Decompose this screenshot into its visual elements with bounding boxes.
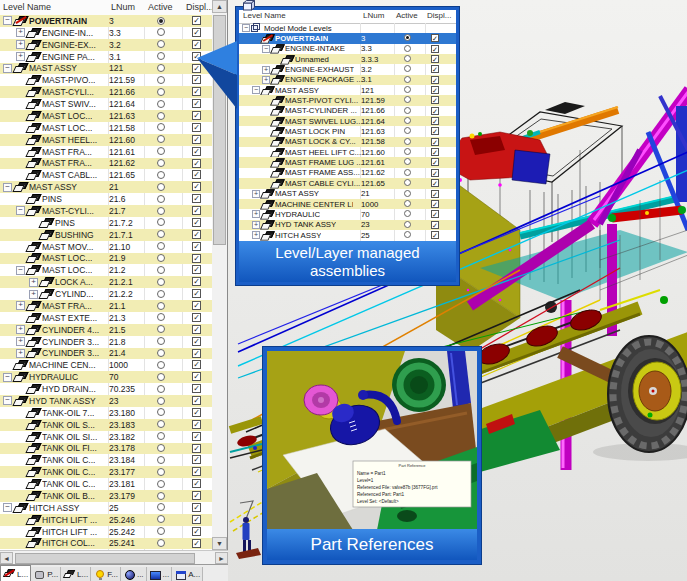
active-radio[interactable] xyxy=(157,100,165,108)
level-row[interactable]: +ENGINE-EXHAUST3.2 xyxy=(239,64,456,74)
level-row[interactable]: HITCH COL...25.241 xyxy=(0,538,213,550)
display-checkbox[interactable] xyxy=(192,277,201,286)
level-row[interactable]: MAST LOC...21.9 xyxy=(0,253,213,265)
expand-icon[interactable]: + xyxy=(252,221,260,229)
display-checkbox[interactable] xyxy=(192,230,201,239)
display-checkbox[interactable] xyxy=(192,503,201,512)
active-radio[interactable] xyxy=(157,266,165,274)
collapse-icon[interactable]: − xyxy=(3,373,12,382)
display-checkbox[interactable] xyxy=(431,107,439,115)
level-row[interactable]: −MAST ASSY121 xyxy=(0,63,213,75)
active-radio[interactable] xyxy=(404,231,411,238)
expand-icon[interactable]: + xyxy=(252,231,260,239)
active-radio[interactable] xyxy=(157,242,165,250)
display-checkbox[interactable] xyxy=(192,479,201,488)
level-row[interactable]: TANK OIL B...23.179 xyxy=(0,490,213,502)
level-row[interactable]: +HYDRAULIC70 xyxy=(239,209,456,219)
display-checkbox[interactable] xyxy=(431,169,439,177)
collapse-icon[interactable]: − xyxy=(16,206,25,215)
level-row[interactable]: MAST SWIVEL LUG...121.64 xyxy=(239,116,456,126)
level-row[interactable]: +ENGINE-EX...3.2 xyxy=(0,39,213,51)
active-radio[interactable] xyxy=(157,52,165,60)
display-checkbox[interactable] xyxy=(192,159,201,168)
level-row[interactable]: MAST CABL...121.65 xyxy=(0,169,213,181)
level-row[interactable]: HITCH LIFT ...25.246 xyxy=(0,514,213,526)
panel-tab-lightbulb[interactable]: F... xyxy=(91,567,121,581)
active-radio[interactable] xyxy=(157,278,165,286)
active-radio[interactable] xyxy=(157,385,165,393)
active-radio[interactable] xyxy=(157,313,165,321)
level-row[interactable]: MAST MOV...21.10 xyxy=(0,241,213,253)
active-radio[interactable] xyxy=(157,515,165,523)
level-row[interactable]: PINS21.7.2 xyxy=(0,217,213,229)
level-row[interactable]: MAST LOC...121.58 xyxy=(0,122,213,134)
level-row[interactable]: TANK OIL SI...23.182 xyxy=(0,431,213,443)
expand-icon[interactable]: + xyxy=(16,337,25,346)
level-row[interactable]: +CYLINDER 3...21.8 xyxy=(0,336,213,348)
level-row[interactable]: BUSHING21.7.1 xyxy=(0,229,213,241)
level-row[interactable]: −ENGINE-INTAKE3.3 xyxy=(239,44,456,54)
panel-tab-pot[interactable]: P... xyxy=(31,567,61,581)
level-row[interactable]: MAST EXTE...21.3 xyxy=(0,312,213,324)
expand-icon[interactable]: + xyxy=(252,210,260,218)
display-checkbox[interactable] xyxy=(431,65,439,73)
panel-tab-levels-red[interactable]: L... xyxy=(0,565,31,581)
level-row[interactable]: +CYLINDER 3...21.4 xyxy=(0,348,213,360)
display-checkbox[interactable] xyxy=(431,127,439,135)
active-radio[interactable] xyxy=(157,503,165,511)
display-checkbox[interactable] xyxy=(431,190,439,198)
level-row[interactable]: −MAST ASSY21 xyxy=(0,181,213,193)
active-radio[interactable] xyxy=(157,408,165,416)
expand-icon[interactable]: + xyxy=(29,290,38,299)
display-checkbox[interactable] xyxy=(192,396,201,405)
level-row[interactable]: MAST HEEL LIFT C...121.60 xyxy=(239,147,456,157)
level-row[interactable]: MAST LOCK & CY...121.58 xyxy=(239,137,456,147)
display-checkbox[interactable] xyxy=(431,86,439,94)
active-radio[interactable] xyxy=(404,158,411,165)
display-checkbox[interactable] xyxy=(431,200,439,208)
horizontal-scrollbar[interactable]: ◄ ► xyxy=(0,550,228,565)
display-checkbox[interactable] xyxy=(431,221,439,229)
display-checkbox[interactable] xyxy=(192,349,201,358)
active-radio[interactable] xyxy=(157,373,165,381)
active-radio[interactable] xyxy=(404,55,411,62)
expand-icon[interactable]: + xyxy=(252,190,260,198)
expand-icon[interactable]: + xyxy=(16,28,25,37)
display-checkbox[interactable] xyxy=(431,210,439,218)
active-radio[interactable] xyxy=(157,159,165,167)
display-checkbox[interactable] xyxy=(192,147,201,156)
display-checkbox[interactable] xyxy=(192,372,201,381)
level-row[interactable]: Unnamed3.3.3 xyxy=(239,54,456,64)
collapse-icon[interactable]: − xyxy=(242,24,250,32)
display-checkbox[interactable] xyxy=(192,206,201,215)
collapse-icon[interactable]: − xyxy=(262,45,270,53)
level-row[interactable]: PINS21.6 xyxy=(0,193,213,205)
level-row[interactable]: MACHINE CENTER LINE1000 xyxy=(239,199,456,209)
active-radio[interactable] xyxy=(404,138,411,145)
display-checkbox[interactable] xyxy=(192,182,201,191)
active-radio[interactable] xyxy=(157,492,165,500)
display-checkbox[interactable] xyxy=(431,55,439,63)
display-checkbox[interactable] xyxy=(192,313,201,322)
collapse-icon[interactable]: − xyxy=(3,183,12,192)
active-radio[interactable] xyxy=(404,34,411,41)
level-row[interactable]: MAST FRA...121.62 xyxy=(0,158,213,170)
level-row[interactable]: +MAST ASSY21 xyxy=(239,189,456,199)
display-checkbox[interactable] xyxy=(431,138,439,146)
panel-tab-globe[interactable]: ... xyxy=(121,567,147,581)
active-radio[interactable] xyxy=(157,112,165,120)
active-radio[interactable] xyxy=(157,218,165,226)
active-radio[interactable] xyxy=(404,117,411,124)
expand-icon[interactable]: + xyxy=(262,76,270,84)
level-row[interactable]: MAST-CYLI...121.66 xyxy=(0,86,213,98)
display-checkbox[interactable] xyxy=(192,360,201,369)
active-radio[interactable] xyxy=(157,195,165,203)
expand-icon[interactable]: + xyxy=(16,52,25,61)
level-row[interactable]: +CYLINDER 4...21.5 xyxy=(0,324,213,336)
active-radio[interactable] xyxy=(157,64,165,72)
display-checkbox[interactable] xyxy=(192,491,201,500)
display-checkbox[interactable] xyxy=(431,45,439,53)
collapse-icon[interactable]: − xyxy=(3,396,12,405)
level-row[interactable]: MAST-CYLINDER ...121.66 xyxy=(239,106,456,116)
panel-tab-picture[interactable]: ... xyxy=(147,567,173,581)
